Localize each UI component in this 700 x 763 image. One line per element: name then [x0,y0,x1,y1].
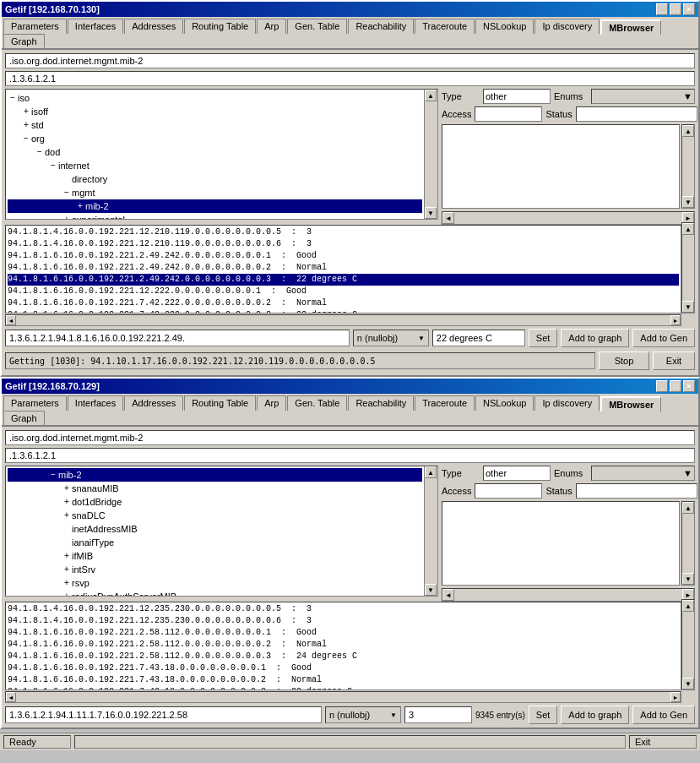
oid-input-1[interactable] [5,330,350,346]
scroll-up-1[interactable]: ▲ [425,90,437,101]
data-scroll-up-2[interactable]: ▲ [682,600,694,612]
tree-ianaif[interactable]: ianaifType [8,536,422,549]
tree-directory[interactable]: directory [8,172,422,186]
right-scrollbar-h-2[interactable]: ◄ ► [442,588,695,602]
tab-interfaces-1[interactable]: Interfaces [68,19,123,34]
enums-dropdown-1[interactable]: ▼ [591,89,695,104]
right-scrollbar-v-2[interactable]: ▲ ▼ [681,501,695,586]
add-graph-btn-1[interactable]: Add to graph [561,329,629,347]
tree-mgmt[interactable]: − mgmt [8,186,422,199]
data-scrollbar-v-2[interactable]: ▲ ▼ [681,599,695,690]
scroll-up-2[interactable]: ▲ [425,466,437,478]
data-scroll-down-1[interactable]: ▼ [682,301,694,313]
tree-internet[interactable]: − internet [8,159,422,172]
tab-mbrowser-1[interactable]: MBrowser [600,19,661,35]
tab-routing-2[interactable]: Routing Table [184,395,256,411]
add-graph-btn-2[interactable]: Add to graph [561,706,629,724]
exit-btn-1[interactable]: Exit [653,352,695,370]
data-h-left-1[interactable]: ◄ [6,315,16,325]
tab-mbrowser-2[interactable]: MBrowser [600,396,661,411]
tab-graph-2[interactable]: Graph [3,411,45,425]
tree-mib2-2[interactable]: − mib-2 [8,468,422,482]
data-table-2[interactable]: 94.1.8.1.4.16.0.0.192.221.12.235.230.0.0… [5,602,681,690]
data-scrollbar-h-1[interactable]: ◄ ► [5,314,681,326]
tab-ip-2[interactable]: Ip discovery [534,395,600,411]
maximize-btn-1[interactable]: □ [670,3,681,15]
type-dropdown-2[interactable]: n (nullobj) ▼ [325,706,401,723]
tree-snadlc[interactable]: + snaDLC [8,509,422,522]
tree-iso[interactable]: − iso [8,91,422,105]
minimize-btn-2[interactable]: _ [656,380,668,392]
data-scrollbar-v-1[interactable]: ▲ ▼ [681,222,695,313]
tree-ifmib[interactable]: + ifMIB [8,549,422,563]
status-input-2[interactable] [576,483,697,499]
type-input-2[interactable] [483,466,551,481]
tab-addresses-2[interactable]: Addresses [124,395,183,411]
tree-std[interactable]: + std [8,118,422,132]
oid-input-2[interactable] [5,706,322,723]
tab-routing-1[interactable]: Routing Table [184,19,256,34]
value-input-1[interactable] [432,330,525,346]
access-input-2[interactable] [475,483,542,499]
right-scroll-down-1[interactable]: ▼ [682,196,694,208]
right-scroll-down-2[interactable]: ▼ [682,573,694,585]
tree-experimental[interactable]: + experimental [8,213,422,219]
tree-intsrv[interactable]: + intSrv [8,563,422,576]
access-input-1[interactable] [475,106,542,122]
add-gen-btn-1[interactable]: Add to Gen [632,329,695,347]
exit-label[interactable]: Exit [635,737,650,747]
data-table-1[interactable]: 94.1.8.1.4.16.0.0.192.221.12.210.119.0.0… [5,225,681,313]
tab-interfaces-2[interactable]: Interfaces [68,395,123,411]
data-h-right-2[interactable]: ► [670,692,681,702]
tree-dot1d[interactable]: + dot1dBridge [8,495,422,509]
right-scrollbar-v-1[interactable]: ▲ ▼ [681,124,695,209]
tree-snanau[interactable]: + snanauMIB [8,482,422,495]
close-btn-1[interactable]: × [683,3,695,15]
tab-ns-1[interactable]: NSLookup [475,19,534,34]
data-h-left-2[interactable]: ◄ [6,692,16,702]
data-scroll-down-2[interactable]: ▼ [682,678,694,689]
tree-isoff[interactable]: + isoff [8,105,422,118]
tab-arp-1[interactable]: Arp [257,19,286,34]
tab-parameters-2[interactable]: Parameters [3,395,67,411]
tree-pane-1[interactable]: − iso + isoff + std − org [6,90,424,219]
tree-rsvp[interactable]: + rsvp [8,576,422,590]
tab-reach-2[interactable]: Reachability [348,395,414,411]
tab-graph-1[interactable]: Graph [3,34,45,48]
tab-reach-1[interactable]: Reachability [348,19,414,34]
tab-trace-2[interactable]: Traceroute [415,395,475,411]
tab-parameters-1[interactable]: Parameters [3,19,67,34]
tree-inetaddr[interactable]: inetAddressMIB [8,522,422,536]
right-h-left-2[interactable]: ◄ [442,589,454,601]
tree-org[interactable]: − org [8,132,422,145]
add-gen-btn-2[interactable]: Add to Gen [632,706,695,724]
tree-dod[interactable]: − dod [8,145,422,159]
minimize-btn-1[interactable]: _ [656,3,668,15]
right-h-left-1[interactable]: ◄ [442,212,454,224]
set-btn-2[interactable]: Set [529,706,558,724]
tab-gen-2[interactable]: Gen. Table [287,395,347,411]
exit-section[interactable]: Exit [629,735,697,749]
right-scroll-up-2[interactable]: ▲ [682,502,694,514]
value-input-2[interactable] [404,706,472,723]
tree-mib2[interactable]: + mib-2 [8,199,422,213]
right-scroll-up-1[interactable]: ▲ [682,125,694,137]
tab-arp-2[interactable]: Arp [257,395,286,411]
tree-radius[interactable]: + radiusDynAuthServerMIB [8,590,422,596]
stop-btn-1[interactable]: Stop [599,352,649,370]
tree-scrollbar-v-1[interactable]: ▲ ▼ [424,90,437,219]
set-btn-1[interactable]: Set [529,329,558,347]
status-input-1[interactable] [576,106,697,122]
tree-scrollbar-v-2[interactable]: ▲ ▼ [424,466,437,596]
tab-trace-1[interactable]: Traceroute [415,19,475,34]
tab-gen-1[interactable]: Gen. Table [287,19,347,34]
maximize-btn-2[interactable]: □ [670,380,681,392]
scroll-down-1[interactable]: ▼ [425,207,437,219]
data-scrollbar-h-2[interactable]: ◄ ► [5,691,681,703]
type-dropdown-1[interactable]: n (nullobj) ▼ [353,330,429,346]
right-scrollbar-h-1[interactable]: ◄ ► [442,211,695,225]
tree-pane-2[interactable]: − mib-2 + snanauMIB + dot1dBridge + snaD… [6,466,424,596]
enums-dropdown-2[interactable]: ▼ [591,466,695,481]
data-scroll-up-1[interactable]: ▲ [682,223,694,235]
type-input-1[interactable] [483,89,551,104]
